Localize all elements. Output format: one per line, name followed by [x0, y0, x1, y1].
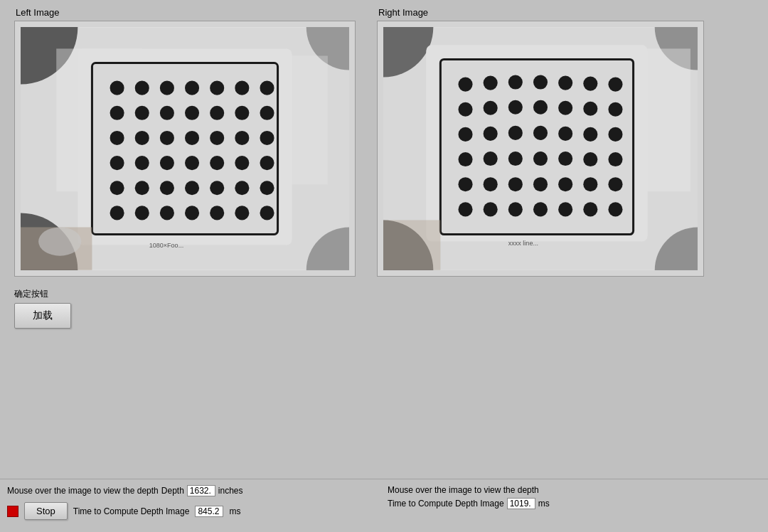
- left-panel: Left Image: [14, 7, 356, 329]
- svg-point-101: [558, 202, 572, 216]
- svg-point-97: [458, 202, 472, 216]
- svg-point-73: [558, 101, 572, 115]
- svg-point-20: [210, 106, 224, 120]
- svg-point-28: [235, 131, 249, 145]
- svg-point-72: [533, 100, 548, 115]
- svg-point-103: [608, 202, 622, 216]
- svg-point-83: [458, 152, 472, 166]
- right-status-line2: Time to Compute Depth Image 1019. ms: [388, 498, 761, 509]
- svg-point-80: [558, 127, 572, 141]
- svg-point-16: [110, 106, 124, 120]
- svg-point-89: [608, 152, 622, 166]
- right-status-line1: Mouse over the image to view the depth: [388, 485, 761, 495]
- right-panel: Right Image: [377, 7, 704, 329]
- left-depth-label: Depth: [161, 486, 184, 496]
- svg-point-21: [235, 106, 249, 120]
- svg-point-14: [235, 81, 249, 95]
- svg-point-92: [508, 177, 523, 191]
- svg-point-93: [533, 177, 548, 191]
- svg-point-10: [135, 81, 149, 95]
- svg-point-19: [185, 106, 199, 120]
- svg-point-27: [210, 131, 224, 145]
- svg-point-40: [185, 181, 199, 195]
- status-bar: Mouse over the image to view the depth D…: [0, 479, 768, 532]
- svg-point-62: [458, 78, 472, 92]
- button-section-label: 确定按钮: [14, 288, 356, 300]
- button-section: 确定按钮 加载: [14, 288, 356, 329]
- right-time-unit: ms: [538, 499, 550, 509]
- svg-point-100: [533, 202, 548, 216]
- svg-point-41: [210, 181, 224, 195]
- svg-point-53: [38, 227, 81, 255]
- svg-point-91: [484, 177, 498, 191]
- svg-point-96: [608, 177, 622, 191]
- left-dotboard-svg: 1080×Foo...: [21, 27, 349, 270]
- svg-point-31: [135, 156, 149, 170]
- svg-point-79: [533, 126, 548, 140]
- svg-point-82: [608, 127, 622, 142]
- svg-point-39: [160, 181, 174, 195]
- left-depth-value: 1632.: [187, 485, 215, 496]
- left-time-label: Time to Compute Depth Image: [73, 506, 190, 516]
- svg-point-99: [508, 202, 523, 216]
- load-button[interactable]: 加载: [14, 303, 71, 329]
- svg-point-36: [260, 156, 274, 170]
- svg-point-30: [110, 156, 124, 170]
- svg-text:1080×Foo...: 1080×Foo...: [149, 242, 183, 249]
- svg-point-95: [583, 177, 597, 191]
- left-status-line1: Mouse over the image to view the depth D…: [7, 485, 380, 496]
- svg-point-37: [110, 181, 124, 195]
- svg-point-47: [185, 206, 199, 220]
- svg-point-68: [608, 78, 622, 92]
- svg-point-49: [235, 206, 249, 220]
- svg-point-81: [583, 127, 597, 142]
- svg-point-33: [185, 156, 199, 170]
- svg-point-22: [260, 106, 274, 120]
- left-camera-image: 1080×Foo...: [21, 27, 349, 270]
- svg-point-70: [484, 101, 498, 115]
- svg-point-11: [160, 81, 174, 95]
- right-mouse-over-text: Mouse over the image to view the depth: [388, 485, 539, 495]
- left-image-container: 1080×Foo...: [14, 21, 356, 277]
- svg-point-77: [484, 127, 498, 141]
- right-time-label: Time to Compute Depth Image: [388, 499, 504, 509]
- right-camera-image: xxxx line...: [383, 27, 698, 270]
- svg-point-46: [160, 206, 174, 220]
- stop-button[interactable]: Stop: [24, 502, 68, 520]
- left-depth-unit: inches: [218, 486, 243, 496]
- svg-point-90: [458, 177, 472, 191]
- svg-point-15: [260, 81, 274, 95]
- svg-point-102: [583, 202, 597, 216]
- svg-point-64: [508, 75, 523, 90]
- svg-point-18: [160, 106, 174, 120]
- left-mouse-over-text: Mouse over the image to view the depth: [7, 486, 159, 496]
- svg-point-44: [110, 206, 124, 220]
- svg-point-48: [210, 206, 224, 220]
- svg-rect-105: [383, 220, 440, 270]
- svg-point-26: [185, 131, 199, 145]
- svg-point-78: [508, 126, 523, 140]
- svg-point-69: [458, 102, 472, 117]
- left-image-label: Left Image: [16, 7, 356, 18]
- status-left: Mouse over the image to view the depth D…: [7, 485, 380, 526]
- svg-point-63: [484, 76, 498, 90]
- svg-point-34: [210, 156, 224, 170]
- stop-indicator-icon: [7, 506, 18, 517]
- svg-point-32: [160, 156, 174, 170]
- svg-point-43: [260, 181, 274, 195]
- svg-point-29: [260, 131, 274, 145]
- svg-point-86: [533, 151, 548, 166]
- left-time-value: 845.2: [195, 506, 223, 517]
- right-time-value: 1019.: [507, 498, 535, 509]
- svg-point-74: [583, 102, 597, 116]
- svg-point-35: [235, 156, 249, 170]
- right-image-container: xxxx line...: [377, 21, 704, 277]
- svg-point-38: [135, 181, 149, 195]
- svg-point-84: [484, 151, 498, 166]
- svg-point-12: [185, 81, 199, 95]
- left-status-line2: Stop Time to Compute Depth Image 845.2 m…: [7, 499, 380, 520]
- svg-point-25: [160, 131, 174, 145]
- svg-point-42: [235, 181, 249, 195]
- svg-point-71: [508, 100, 523, 115]
- svg-point-45: [135, 206, 149, 220]
